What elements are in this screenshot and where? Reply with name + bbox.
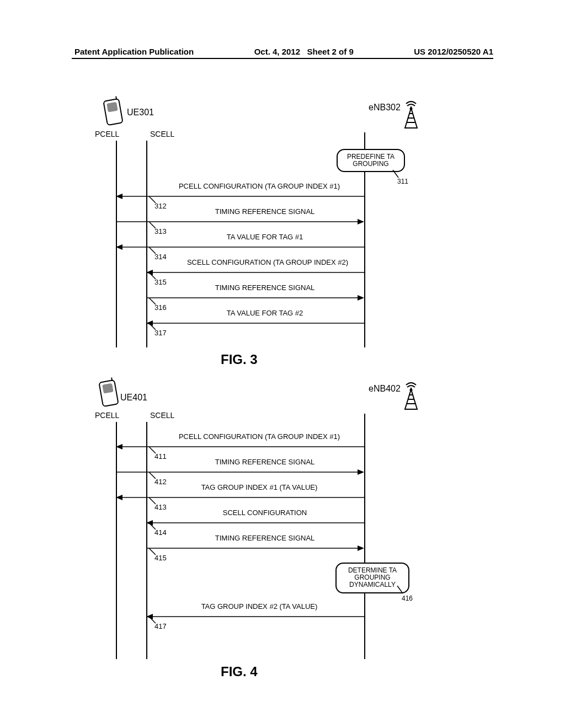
msg-text: TIMING REFERENCE SIGNAL <box>182 207 348 216</box>
svg-marker-19 <box>358 295 364 301</box>
msg-text: TIMING REFERENCE SIGNAL <box>182 458 348 466</box>
msg-text: TIMING REFERENCE SIGNAL <box>182 283 348 292</box>
msg-text: TA VALUE FOR TAG #2 <box>182 309 348 317</box>
msg-ref: 415 <box>154 554 167 562</box>
msg-ref: 411 <box>154 452 167 461</box>
pcell-lifeline-label: PCELL <box>95 130 119 138</box>
scell-lifeline-label: SCELL <box>150 130 174 138</box>
svg-marker-42 <box>358 545 364 551</box>
phone-icon <box>103 98 124 126</box>
svg-marker-13 <box>116 244 122 250</box>
tower-icon <box>403 98 419 129</box>
msg-text: PCELL CONFIGURATION (TA GROUP INDEX #1) <box>160 182 359 190</box>
msg-text: TIMING REFERENCE SIGNAL <box>182 534 348 542</box>
msg-ref: 414 <box>154 528 167 537</box>
figure-caption: FIG. 3 <box>221 352 258 367</box>
msg-arrow <box>88 318 419 329</box>
header-right: US 2012/0250520 A1 <box>414 47 493 56</box>
figure-4: UE401 eNB402 PCELL SCELL PCELL CONFIGURA… <box>88 375 486 673</box>
figure-3: UE301 eNB302 PCELL SCELL PREDEFINE TA GR… <box>88 94 486 358</box>
msg-arrow <box>88 467 419 478</box>
ue-label: UE401 <box>120 393 147 403</box>
svg-marker-28 <box>409 387 413 390</box>
msg-ref: 317 <box>154 329 167 337</box>
figure-caption: FIG. 4 <box>221 664 258 679</box>
svg-marker-7 <box>116 194 122 199</box>
bubble-ref: 416 <box>402 595 413 602</box>
enb-label: eNB302 <box>369 103 401 113</box>
msg-ref: 316 <box>154 303 167 312</box>
svg-marker-33 <box>358 469 364 475</box>
svg-marker-36 <box>116 495 122 500</box>
header-rule <box>72 58 493 59</box>
msg-ref: 417 <box>154 622 167 630</box>
msg-arrow <box>88 492 419 503</box>
svg-line-44 <box>397 586 403 593</box>
msg-arrow <box>88 543 419 554</box>
page: Patent Application Publication Oct. 4, 2… <box>0 0 565 728</box>
process-bubble: PREDEFINE TA GROUPING <box>337 149 405 172</box>
lifeline-pcell <box>116 422 117 659</box>
msg-arrow <box>88 216 419 227</box>
svg-line-5 <box>393 170 398 178</box>
pcell-lifeline-label: PCELL <box>95 411 119 420</box>
header-center: Oct. 4, 2012 Sheet 2 of 9 <box>254 47 354 56</box>
msg-arrow <box>88 517 419 528</box>
msg-ref: 413 <box>154 503 167 511</box>
phone-icon <box>98 379 119 408</box>
tower-icon <box>403 379 419 410</box>
msg-ref: 412 <box>154 478 167 486</box>
msg-ref: 315 <box>154 278 167 286</box>
msg-ref: 312 <box>154 202 167 210</box>
msg-arrow <box>88 267 419 278</box>
bubble-ref: 311 <box>397 178 408 185</box>
msg-arrow <box>88 611 419 622</box>
ue-label: UE301 <box>127 108 154 117</box>
svg-marker-30 <box>116 444 122 449</box>
msg-text: PCELL CONFIGURATION (TA GROUP INDEX #1) <box>160 432 359 441</box>
svg-marker-4 <box>409 106 413 109</box>
msg-text: TAG GROUP INDEX #2 (TA VALUE) <box>171 602 348 611</box>
msg-arrow <box>88 441 419 452</box>
header-left: Patent Application Publication <box>74 47 194 56</box>
enb-label: eNB402 <box>369 384 401 394</box>
scell-lifeline-label: SCELL <box>150 411 174 420</box>
msg-text: SCELL CONFIGURATION (TA GROUP INDEX #2) <box>171 258 364 266</box>
svg-marker-10 <box>358 219 364 224</box>
msg-text: TA VALUE FOR TAG #1 <box>182 233 348 241</box>
msg-ref: 314 <box>154 253 167 261</box>
msg-arrow <box>88 191 419 202</box>
msg-arrow <box>88 292 419 303</box>
msg-arrow <box>88 242 419 253</box>
msg-text: SCELL CONFIGURATION <box>182 508 348 517</box>
page-header: Patent Application Publication Oct. 4, 2… <box>0 47 565 56</box>
msg-text: TAG GROUP INDEX #1 (TA VALUE) <box>171 483 348 491</box>
lifeline-scell <box>146 422 147 659</box>
msg-ref: 313 <box>154 227 167 235</box>
